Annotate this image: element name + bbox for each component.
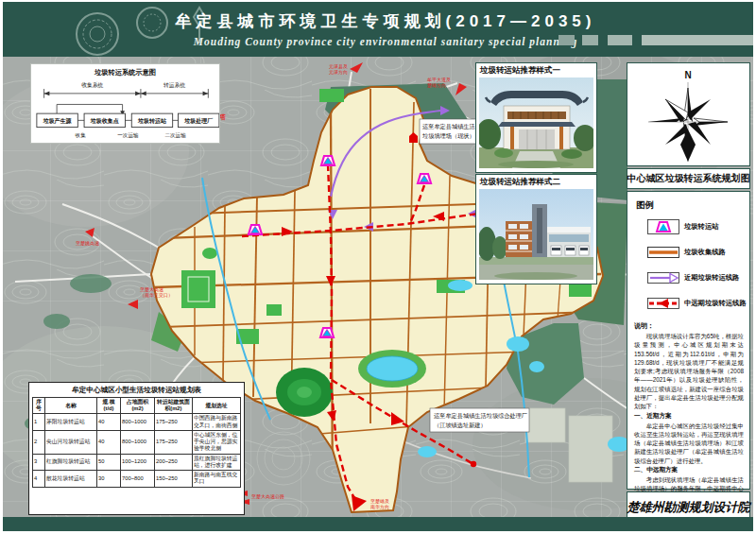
svg-text:至楚姚高速: 至楚姚高速 (76, 240, 99, 247)
notes-title: 说明： (634, 321, 744, 331)
legend-notes-panel: 图例 垃圾转运站 垃圾收集线路 近期垃圾转运线路 (627, 191, 750, 490)
page-subtitle: Mouding County province city environment… (163, 36, 608, 47)
table-row: 1 茅阳垃圾转运站 40 800~1000 175~250 中国西路与新南路交叉… (33, 414, 241, 430)
svg-text:转运系统: 转运系统 (163, 81, 185, 89)
flowchart-diagram: 垃圾转运系统示意图 收集系统 转运系统 (31, 64, 219, 143)
compass-rose-icon: N (627, 63, 749, 165)
header-deco-square (558, 35, 575, 45)
treatment-plant-label: 运至牟定县城镇生活垃圾综合处理厂 （江坡镇选址新建） (430, 408, 529, 432)
station-swatch-icon (647, 219, 679, 234)
photo-card-style2: 垃圾转运站推荐样式二 (475, 174, 597, 284)
photo-caption: 垃圾转运站推荐样式二 (476, 175, 596, 189)
far-route-swatch-icon (647, 296, 679, 311)
photo-caption: 垃圾转运站推荐样式一 (476, 63, 596, 78)
svg-text:楚雄方向: 楚雄方向 (427, 82, 446, 89)
svg-text:南华方向: 南华方向 (370, 504, 389, 510)
svg-text:二次运输: 二次运输 (164, 132, 186, 139)
notes-section: 说明： 现状填埋场设计库容为65吨，根据垃圾量预测，中心城区规划期末达153.5… (634, 321, 744, 519)
svg-text:收集: 收集 (76, 132, 87, 138)
legend-item-station: 垃圾转运站 (647, 219, 744, 234)
collection-route-swatch-icon (647, 245, 679, 260)
near-route-swatch-icon (647, 270, 679, 285)
photo-card-style1: 垃圾转运站推荐样式一 (475, 62, 597, 173)
map-title-panel: 中心城区垃圾转运系统规划图 (627, 168, 750, 189)
svg-text:垃圾收集点: 垃圾收集点 (90, 117, 119, 125)
svg-text:一次运输: 一次运输 (117, 132, 139, 139)
table-header-row: 序号 名称 规 模(t/d) 占地面积(m2) 转运站建筑面积(m2) 规划选址 (33, 398, 241, 414)
traditional-station-photo (479, 78, 593, 168)
svg-text:（南华立交口）: （南华立交口） (140, 292, 173, 299)
page-title: 牟定县城市环境卫生专项规划(2017—2035) (163, 10, 608, 32)
svg-text:垃圾转运站: 垃圾转运站 (137, 117, 167, 125)
notes-heading: 一、近期方案 (634, 412, 744, 421)
header-deco-bar (642, 35, 753, 45)
table-row: 4 散花垃圾转运站 30 700~800 150~250 新南路与南五线交叉口 (33, 471, 241, 487)
svg-text:运至牟定县城镇生活: 运至牟定县城镇生活 (422, 123, 475, 130)
header-deco-square (582, 35, 598, 45)
flowchart-panel: 垃圾转运系统示意图 收集系统 转运系统 (30, 63, 220, 144)
svg-text:运至牟定县城镇生活垃圾综合处理厂: 运至牟定县城镇生活垃圾综合处理厂 (434, 412, 527, 420)
svg-text:垃圾转运系统示意图: 垃圾转运系统示意图 (94, 68, 156, 77)
modern-station-photo (479, 189, 593, 280)
legend-item-near-route: 近期垃圾转运线路 (647, 270, 744, 285)
header-deco-square (608, 35, 632, 45)
svg-text:垃圾产生源: 垃圾产生源 (43, 117, 73, 125)
svg-text:（江坡镇选址新建）: （江坡镇选址新建） (434, 422, 487, 429)
institute-name: 楚雄州勘测规划设计院 (627, 499, 750, 516)
header-bar: 牟定县城市环境卫生专项规划(2017—2035) Mouding County … (3, 2, 753, 57)
svg-text:至楚大高速公路: 至楚大高速公路 (251, 493, 284, 500)
table-row: 3 红旗脚垃圾转运站 50 100~1200 200~250 原红旗脚垃圾转运站… (33, 454, 241, 470)
table-row: 2 尖山河垃圾转运站 40 800~1000 175~250 中心城区东侧，位于… (33, 430, 241, 454)
notes-heading: 二、中远期方案 (634, 466, 744, 474)
planning-poster: 牟定县城市环境卫生专项规划(2017—2035) Mouding County … (0, 0, 756, 534)
legend-title: 图例 (636, 199, 744, 212)
svg-text:垃圾处理厂: 垃圾处理厂 (183, 117, 213, 125)
legend-item-collection: 垃圾收集线路 (647, 245, 744, 260)
station-table: 序号 名称 规 模(t/d) 占地面积(m2) 转运站建筑面积(m2) 规划选址… (32, 397, 241, 488)
legend-item-far-route: 中远期垃圾转运线路 (647, 296, 744, 311)
map-title: 中心城区垃圾转运系统规划图 (627, 172, 750, 185)
svg-text:N: N (684, 70, 691, 80)
notes-paragraph: 现状填埋场设计库容为65吨，根据垃圾量预测，中心城区规划期末达153.56t/d… (634, 332, 744, 411)
svg-text:元谋方向: 元谋方向 (329, 69, 348, 76)
svg-text:垃圾填埋场（现状）: 垃圾填埋场（现状） (421, 132, 475, 140)
landfill-label: 运至牟定县城镇生活 垃圾填埋场（现状） (409, 119, 478, 144)
compass-panel: N (627, 62, 750, 166)
table-title: 牟定中心城区小型生活垃圾转运站规划表 (32, 386, 241, 395)
notes-paragraph: 牟定县中心城区的生活垃圾经过集中收运至生活垃圾转运站，再运至现状填埋场（牟定县城… (634, 422, 744, 465)
svg-text:收集系统: 收集系统 (81, 81, 103, 89)
footer-bar (3, 517, 753, 531)
station-table-panel: 牟定中心城区小型生活垃圾转运站规划表 序号 名称 规 模(t/d) 占地面积(m… (28, 382, 245, 515)
